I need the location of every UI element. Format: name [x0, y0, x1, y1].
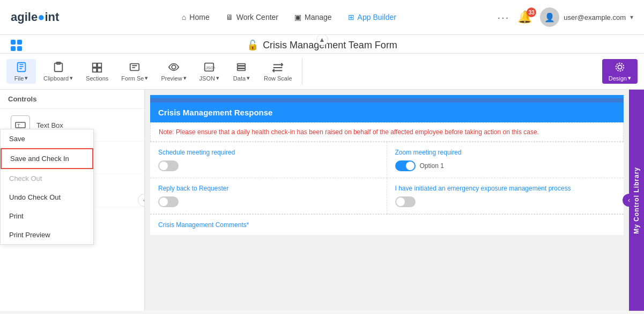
clipboard-icon [53, 61, 64, 73]
svg-text:T: T [17, 123, 20, 128]
svg-rect-13 [238, 69, 246, 71]
toolbar-divider [302, 58, 302, 85]
grid-dot [11, 40, 16, 45]
sub-header: ▲ 🔓 Crisis Management Team Form [0, 35, 644, 54]
form-cell-schedule: Schedule meeting required [150, 142, 387, 178]
zoom-toggle[interactable] [395, 160, 416, 171]
design-chevron-icon: ▾ [628, 75, 631, 82]
file-label: File ▾ [14, 75, 28, 82]
undo-checkout-option[interactable]: Undo Check Out [1, 188, 93, 207]
svg-point-15 [616, 63, 624, 71]
lock-icon: 🔓 [247, 39, 258, 51]
print-preview-option[interactable]: Print Preview [1, 225, 93, 244]
design-button[interactable]: Design ▾ [602, 59, 638, 84]
toggle-knob [396, 198, 405, 206]
preview-icon [168, 61, 180, 73]
file-chevron-icon: ▾ [25, 75, 28, 82]
emergency-toggle[interactable] [395, 196, 416, 207]
form-note: Note: Please ensure that a daily health … [150, 122, 624, 142]
zoom-toggle-container: Option 1 [395, 160, 616, 171]
json-button[interactable]: JSON JSON ▾ [194, 59, 225, 84]
nav-appbuilder[interactable]: ⊞ App Builder [348, 13, 396, 21]
schedule-toggle[interactable] [158, 160, 179, 171]
svg-rect-3 [93, 63, 97, 67]
file-button[interactable]: File ▾ [6, 59, 36, 84]
svg-text:JSON: JSON [206, 65, 215, 70]
nav-home[interactable]: ⌂ Home [182, 13, 210, 21]
save-checkin-option[interactable]: Save and Check In [1, 148, 93, 169]
textbox-label: Text Box [36, 121, 63, 129]
grid-view-button[interactable] [11, 40, 22, 51]
svg-rect-5 [93, 68, 97, 71]
svg-rect-11 [238, 64, 246, 66]
collapse-button[interactable]: ▲ [316, 34, 328, 46]
data-label: Data ▾ [233, 75, 250, 82]
print-option[interactable]: Print [1, 207, 93, 225]
formse-label: Form Se ▾ [121, 75, 148, 82]
save-option[interactable]: Save [1, 129, 93, 148]
nav-manage[interactable]: ▣ Manage [294, 13, 332, 21]
sections-button[interactable]: Sections [80, 60, 114, 84]
home-icon: ⌂ [182, 13, 186, 21]
form-cell-emergency: I have initiated an emergency exposure m… [387, 178, 624, 214]
reply-toggle-container [158, 196, 379, 207]
rowscale-button[interactable]: Row Scale [258, 60, 298, 84]
svg-rect-12 [238, 66, 246, 68]
manage-icon: ▣ [294, 13, 301, 21]
data-icon [235, 61, 247, 73]
toolbar: File ▾ Clipboard ▾ Sections Form Se ▾ [0, 54, 644, 90]
schedule-field-label: Schedule meeting required [158, 149, 379, 156]
logo-text: agile●int [11, 10, 59, 24]
rowscale-label: Row Scale [264, 75, 292, 82]
appbuilder-icon: ⊞ [348, 13, 354, 21]
nav-items: ⌂ Home 🖥 Work Center ▣ Manage ⊞ App Buil… [80, 13, 497, 21]
logo[interactable]: agile●int [11, 10, 59, 24]
sections-icon [91, 62, 103, 74]
nav-workcenter[interactable]: 🖥 Work Center [226, 13, 278, 21]
monitor-icon: 🖥 [226, 13, 233, 21]
checkout-option[interactable]: Check Out [1, 169, 93, 188]
preview-button[interactable]: Preview ▾ [156, 59, 191, 84]
top-navigation: agile●int ⌂ Home 🖥 Work Center ▣ Manage … [0, 0, 644, 35]
comments-label: Crisis Management Comments* [158, 221, 616, 229]
toggle-knob [159, 162, 168, 170]
form-section-header: Crisis Management Response [150, 103, 624, 122]
file-dropdown-menu: Save Save and Check In Check Out Undo Ch… [0, 129, 94, 245]
form-comments: Crisis Management Comments* [150, 214, 624, 235]
svg-point-14 [618, 65, 621, 69]
json-label: JSON ▾ [199, 75, 219, 82]
zoom-field-label: Zoom meeting required [395, 149, 616, 156]
form-cell-zoom: Zoom meeting required Option 1 [387, 142, 624, 178]
file-icon [16, 61, 27, 73]
grid-dot [11, 46, 16, 51]
clipboard-label: Clipboard ▾ [43, 75, 73, 82]
controls-header: Controls [0, 90, 144, 109]
reply-toggle[interactable] [158, 196, 179, 207]
toggle-knob [406, 162, 414, 170]
emergency-toggle-container [395, 196, 616, 207]
user-menu-button[interactable]: 👤 user@example.com ▾ [540, 8, 633, 27]
avatar: 👤 [540, 8, 559, 27]
notification-badge: 33 [527, 8, 536, 17]
svg-rect-4 [98, 63, 101, 67]
json-chevron-icon: ▾ [216, 75, 219, 82]
clipboard-chevron-icon: ▾ [70, 75, 73, 82]
right-panel: ‹ My Control Library [629, 90, 644, 311]
rowscale-icon [272, 62, 284, 74]
preview-label: Preview ▾ [161, 75, 186, 82]
nav-right: ··· 🔔 33 👤 user@example.com ▾ [498, 8, 633, 27]
preview-chevron-icon: ▾ [183, 75, 187, 82]
zoom-toggle-text: Option 1 [420, 162, 444, 170]
toggle-knob [159, 198, 168, 206]
right-panel-label: My Control Library [633, 167, 640, 234]
form-inner: Crisis Management Response Note: Please … [150, 95, 624, 235]
notification-button[interactable]: 🔔 33 [517, 10, 532, 24]
reply-field-label: Reply back to Requester [158, 185, 379, 192]
data-button[interactable]: Data ▾ [227, 59, 256, 84]
formse-icon [129, 61, 140, 73]
formse-button[interactable]: Form Se ▾ [116, 59, 153, 84]
data-chevron-icon: ▾ [247, 75, 250, 82]
more-button[interactable]: ··· [498, 11, 510, 24]
design-icon [614, 61, 626, 73]
clipboard-button[interactable]: Clipboard ▾ [38, 59, 78, 84]
